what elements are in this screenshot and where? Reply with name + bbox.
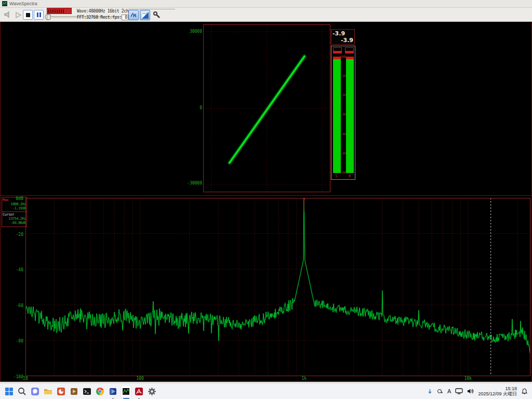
spectrum-x-label: 10k [461,376,475,381]
peak-lamp-left [333,47,342,54]
taskbar-item-chat[interactable] [30,385,41,398]
chat-icon [31,387,39,396]
wavespectra-taskbar-icon [122,387,130,396]
cursor-frequency: 13754.2Hz [3,217,26,221]
fps-value-box[interactable]: 0 [122,15,128,20]
clock-date: 2025/12/09 火曜日 [478,391,517,396]
system-tray: A 15:18 2025/12/09 火曜日 [427,386,532,396]
meter-scale-label: -50 [340,152,346,155]
search-button[interactable] [17,385,28,398]
meter-scale-label: -40 [340,132,346,136]
gear-icon [148,387,156,396]
cursor-label: Cursor [3,212,26,217]
wave-format-info: Wave:48000Hz 16bit 2ch [77,9,128,14]
peak-lamp-right [345,47,354,54]
channel-label-left: L [336,174,338,178]
max-frequency: 1000.2Hz [3,202,26,206]
windows-logo-icon [5,387,14,396]
taskbar-item-wavespectra[interactable] [121,385,131,398]
spectrum-y-label: -20 [1,232,24,237]
secondary-slider-track[interactable] [128,9,175,9]
window-title: WaveSpectra [9,1,37,6]
taskbar-item-media-app[interactable] [69,385,79,398]
cursor-info-box: Cursor 13754.2Hz -84.08dB [2,211,27,227]
pause-button[interactable] [34,10,44,20]
wavespectra-app-icon [2,1,7,6]
lissajous-plot [204,25,330,192]
spectrum-y-label: -60 [1,303,24,308]
meter-scale-label: -20 [340,94,346,97]
clock[interactable]: 15:18 2025/12/09 火曜日 [478,386,517,396]
wave-view-pane: 30000 0 -30000 -3.9 -3.9 0dB-10-20-30-40… [0,22,532,195]
spectrum-y-label: -40 [1,268,24,272]
ime-indicator[interactable]: A [447,388,451,394]
taskbar-item-chrome[interactable] [95,385,105,398]
max-level: -1.19dB [3,206,26,210]
open-button[interactable] [2,10,14,19]
spectrum-pane: Max 1000.2Hz -1.19dB Cursor 13754.2Hz -8… [0,195,532,382]
rec-level-indicator [47,8,72,14]
fps-label: fps: [112,15,122,20]
meter-bar-left [333,57,341,173]
stop-icon [26,13,30,17]
channel-label-right: R [349,174,351,178]
lissajous-display [203,24,330,192]
taskbar-item-terminal[interactable] [82,385,92,398]
taskbar-item-acrobat[interactable] [134,385,144,398]
display-icon[interactable] [455,388,463,394]
folder-icon [44,387,52,396]
notifications-bell-icon[interactable] [521,388,528,395]
terminal-icon [83,387,91,396]
clock-time: 15:18 [478,386,517,391]
spectrum-x-label: 1k [297,376,311,381]
level-meter: 0dB-10-20-30-40-50-60 L R [331,46,355,180]
spectrum-y-label: 0dB [1,196,24,201]
lissajous-ymid-label: 0 [179,105,202,110]
meter-scale-label: -60 [340,171,346,174]
chrome-icon [96,387,104,396]
play-button[interactable] [14,11,22,19]
svg-text:R: R [133,13,137,18]
taskbar-item-settings[interactable] [147,385,157,398]
start-button[interactable] [4,385,15,398]
view-split-toggle-button[interactable] [140,10,150,20]
channel-display-toggle-button[interactable]: R [128,10,139,20]
meter-scale-label: -10 [340,74,346,77]
position-slider-thumb[interactable] [47,15,50,20]
taskbar-item-file-explorer[interactable] [43,385,54,398]
hidden-icons-button[interactable] [427,389,433,394]
toolbar: Wave:48000Hz 16bit 2ch FFT:32768 Rect. f… [0,8,532,22]
tray-utility-icon[interactable] [437,388,443,394]
split-view-icon [142,12,149,19]
media-app-icon [70,387,78,396]
title-bar: WaveSpectra [0,0,532,8]
cursor-level: -84.08dB [3,221,26,225]
play-icon [15,11,22,19]
spectrum-x-label: 100 [134,376,147,381]
lissajous-ymax-label: 30000 [179,29,202,34]
level-readout-left: -3.9 [332,30,353,37]
meter-scale-label: 0dB [340,55,346,58]
pause-icon [37,12,41,17]
spectrum-plot[interactable] [25,198,530,376]
fft-settings-info: FFT:32768 Rect. [77,15,112,20]
spectrum-y-label: -80 [1,339,24,343]
channel-toggle-icon: R [130,11,137,19]
movies-tv-icon [109,387,117,396]
taskbar-item-movies-tv[interactable] [108,385,118,398]
search-icon [18,387,26,396]
powerpoint-icon [57,387,65,396]
level-readout: -3.9 -3.9 [331,29,355,45]
settings-button[interactable] [152,10,162,20]
volume-icon[interactable] [467,388,474,394]
level-readout-right: -3.9 [332,37,353,44]
speaker-open-icon [4,10,12,19]
meter-bar-right [346,57,354,173]
taskbar-item-powerpoint[interactable] [56,385,66,398]
meter-scale-label: -30 [340,113,346,116]
spectrum-x-label: 20 [19,376,32,381]
stop-button[interactable] [23,10,33,20]
taskbar-icons [0,385,157,398]
wrench-icon [153,11,161,19]
lissajous-ymin-label: -30000 [179,181,202,185]
